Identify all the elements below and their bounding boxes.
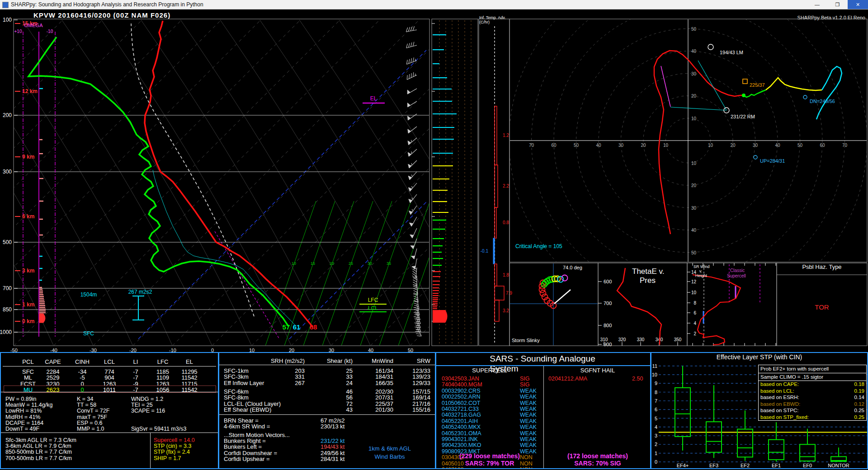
- stp-category-label: EF2: [741, 463, 750, 468]
- pressure-label: 100: [3, 17, 12, 23]
- tadv-value: 1.2: [503, 133, 509, 138]
- kinematics-value: 24: [346, 380, 353, 386]
- omega-plus-label: +10: [14, 29, 22, 34]
- sars-match-category: NON: [520, 466, 533, 469]
- pressure-label: 200: [3, 112, 12, 118]
- sars-match-category: WEAK: [520, 436, 537, 442]
- index-value: DownT = 49F: [5, 426, 39, 432]
- height-label: 3 km: [22, 268, 34, 274]
- hodo-axis-label: 20: [691, 94, 697, 99]
- stp-legend-row: based on CAPE:0.18: [759, 381, 866, 388]
- sars-match-name: 0405010: [442, 461, 464, 467]
- thetae-y-label: 700: [604, 301, 612, 306]
- storm-slinky-border: [509, 263, 598, 346]
- stp-y-label: 7: [655, 398, 657, 404]
- sars-match-category: WEAK: [520, 388, 537, 394]
- sars-match-category: WEAK: [520, 418, 537, 424]
- kinematics-value: 129/33: [412, 380, 430, 386]
- stp-y-label: 9: [655, 381, 657, 386]
- tadv-bar-positive: [495, 300, 499, 321]
- sars-match-category: WEAK: [520, 424, 537, 430]
- classic-supercell-2: Supercell: [727, 273, 746, 278]
- close-button[interactable]: ✕: [848, 0, 868, 9]
- pressure-label: 850: [3, 306, 12, 313]
- kinematics-value: 201/30: [375, 406, 393, 413]
- mixing-label: 30: [368, 261, 372, 266]
- lapse-rate-value: Sfc-3km AGL LR = 7.3 C/km: [5, 437, 76, 443]
- thetae-title-2: Pres: [640, 276, 656, 285]
- wind-barb: [408, 127, 417, 133]
- mixing-label: 10: [292, 261, 296, 266]
- hodo-marker: [803, 95, 807, 99]
- stp-box: [706, 422, 722, 452]
- stp-box: [675, 388, 690, 437]
- pressure-label: 700: [3, 285, 12, 291]
- srwind-y-label: 6: [693, 310, 696, 315]
- isotherm-line: [172, 20, 498, 346]
- wind-barb: [408, 149, 417, 156]
- hodo-marker-label: 194/43 LM: [720, 50, 743, 55]
- surface-dewpoint-value: 57: [283, 323, 290, 331]
- inflow-height-label: 1504m: [80, 291, 97, 298]
- stp-legend-row: based on LCL:0.19: [759, 388, 866, 395]
- hodo-axis-label: 20: [730, 143, 736, 148]
- sars-match-category: WEAK: [520, 400, 537, 406]
- kinematics-value: 43: [346, 406, 353, 413]
- isotherm-line: [291, 20, 617, 346]
- hodo-trace: [661, 66, 670, 107]
- kinematics-row-label: Eff Inflow Layer: [224, 380, 264, 386]
- section-divider: [1, 392, 219, 392]
- sars-supercell-prob: SARS: 79% TOR: [465, 460, 514, 467]
- isotherm-line: [450, 20, 776, 346]
- wind-barb: [406, 26, 417, 32]
- hodo-axis-label: 70: [842, 143, 848, 148]
- composite-index-value: STP (cin) = 3.3: [154, 443, 191, 449]
- sars-match-name: 03042503.JAN: [442, 376, 479, 382]
- dry-adiabat: [180, 20, 370, 346]
- index-value: maxT = 75F: [77, 414, 107, 420]
- dry-adiabat: [0, 20, 133, 346]
- stp-box: [800, 444, 815, 461]
- dry-adiabat: [299, 20, 489, 346]
- index-value: MMP = 1.0: [77, 426, 104, 432]
- skewt-plot: [0, 20, 855, 346]
- mixing-ratio-line: [265, 201, 316, 346]
- sars-hail-list: 02041212.AMA2.50: [544, 353, 651, 468]
- composite-index-value: Supercell = 14.0: [154, 437, 195, 443]
- sars-match-name: 00022502.ARN: [442, 394, 480, 400]
- kinematics-extra-label: 4-6km SR Wind =: [224, 423, 270, 430]
- thetae-x-label: 310: [600, 337, 608, 342]
- hodo-axis-label: 40: [691, 49, 697, 54]
- sars-match-category: WEAK: [520, 448, 537, 455]
- mixing-label: 20: [330, 261, 334, 266]
- stp-category-label: NONTOR: [828, 463, 849, 468]
- kinematics-col-header: MnWind: [372, 357, 393, 364]
- maximize-button[interactable]: ❐: [827, 0, 848, 9]
- tadv-bar-negative: [493, 238, 495, 264]
- hodo-axis-label: 70: [691, 295, 697, 300]
- app-canvas: KPVW 20160416/0200 (00Z NAM F026) SHARPp…: [0, 9, 868, 470]
- kinematics-col-header: SRW: [417, 357, 430, 364]
- tadv-value: 2.2: [503, 183, 509, 188]
- wind-barb: [413, 276, 417, 287]
- index-value: DCAPE = 1164: [5, 420, 43, 426]
- parcel-col-header: EL: [186, 358, 193, 365]
- wind-barb: [410, 228, 417, 238]
- srwind-title-3: Height: [695, 273, 707, 278]
- thetae-y-label: 900: [604, 342, 612, 347]
- hodo-marker-label: DN=249/56: [810, 99, 835, 104]
- hodograph-plot: 1010101020202020303030304040404050505050…: [509, 9, 867, 320]
- minimize-button[interactable]: —: [807, 0, 827, 9]
- sars-match-name: 00032902.CRS: [442, 388, 480, 394]
- sars-hail-loose: (172 loose matches): [567, 452, 628, 460]
- pressure-label: 1000: [0, 329, 12, 335]
- index-value: 3CAPE = 116: [131, 408, 165, 414]
- lapse-rate-value: 700-500mb LR = 7.7 C/km: [5, 455, 72, 461]
- mixing-label: 15: [311, 261, 315, 266]
- kinematics-extra-value: 284/31 kt: [321, 456, 345, 462]
- psbl-haz-title: Psbl Haz. Type: [802, 263, 841, 270]
- parcel-col-header: LFC: [157, 358, 169, 365]
- hodo-marker-label: 225/37: [750, 82, 765, 88]
- wind-barb: [408, 138, 417, 145]
- stp-category-label: EF0: [803, 463, 812, 468]
